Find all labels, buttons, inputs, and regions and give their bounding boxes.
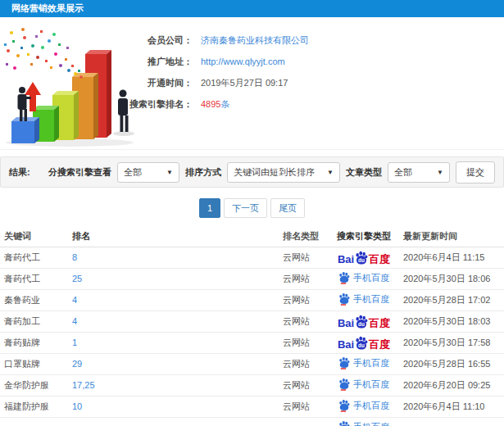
member-company-link[interactable]: 济南秦鲁药业科技有限公司 — [201, 34, 309, 47]
baidu-logo-icon: Bai du 百度 — [338, 315, 390, 329]
rank-type-cell — [280, 417, 328, 426]
article-type-value: 全部 — [394, 166, 412, 179]
keyword-text: 金华防护服 — [4, 380, 49, 390]
mobile-baidu-label: 手机百度 — [353, 401, 389, 410]
updated-cell: 2020年5月28日 16:55 — [400, 353, 504, 374]
chevron-down-icon: ▼ — [437, 169, 443, 176]
engine-cell: Bai du 百度 — [328, 247, 400, 268]
updated-cell: 2020年5月28日 17:02 — [400, 289, 504, 310]
article-type-select[interactable]: 全部 ▼ — [388, 162, 450, 183]
filter-bar: 结果: 分搜索引擎查看 全部 ▼ 排序方式 关键词由短到长排序 ▼ 文章类型 全… — [0, 156, 504, 188]
rank-link[interactable]: 25 — [72, 274, 82, 283]
table-row: Bai du 百度 — [0, 417, 504, 426]
mobile-baidu-logo-icon: 手机百度 — [338, 378, 389, 391]
mobile-paw-icon — [338, 378, 350, 391]
open-time-value: 2019年5月27日 09:17 — [201, 77, 288, 89]
svg-text:du: du — [358, 257, 365, 263]
engine-cell: Bai du 百度 — [328, 332, 400, 353]
mobile-paw-icon — [338, 399, 350, 412]
sort-value: 关键词由短到长排序 — [234, 166, 315, 179]
mobile-paw-icon — [338, 420, 350, 426]
filter-controls: 分搜索引擎查看 全部 ▼ 排序方式 关键词由短到长排序 ▼ 文章类型 全部 ▼ … — [48, 161, 495, 184]
header-engine-type: 搜索引擎类型 — [328, 226, 400, 247]
mobile-baidu-logo-icon: 手机百度 — [338, 399, 389, 412]
baidu-paw-icon: du — [355, 251, 368, 265]
rank-unit: 条 — [220, 99, 229, 109]
mobile-baidu-logo-icon: 手机百度 — [338, 420, 389, 426]
results-table: 关键词 排名 排名类型 搜索引擎类型 最新更新时间 膏药代工 8 云网站 Bai — [0, 226, 504, 426]
bar-chart-clipart — [0, 23, 143, 147]
updated-cell: 2020年6月20日 09:25 — [400, 374, 504, 396]
updated-cell — [400, 417, 504, 426]
svg-text:du: du — [358, 321, 365, 327]
engine-cell: Bai du 百度 — [328, 396, 400, 417]
engine-rank-value: 4895条 — [201, 98, 229, 111]
rank-type-cell: 云网站 — [280, 289, 328, 310]
results-table-body: 膏药代工 8 云网站 Bai du 百度 — [0, 247, 504, 426]
mobile-paw-icon — [338, 271, 350, 284]
rank-link[interactable]: 10 — [72, 401, 82, 411]
confetti-dots — [4, 28, 83, 79]
mobile-baidu-label: 手机百度 — [353, 359, 389, 368]
mobile-paw-icon — [338, 292, 350, 306]
engine-filter-label: 分搜索引擎查看 — [48, 166, 111, 179]
rank-link[interactable]: 4 — [72, 295, 77, 305]
engine-cell: Bai du 百度 — [328, 310, 400, 332]
header-updated: 最新更新时间 — [400, 226, 504, 247]
keyword-text: 秦鲁药业 — [4, 295, 40, 305]
engine-filter-select[interactable]: 全部 ▼ — [117, 162, 179, 183]
keyword-text: 福建防护服 — [4, 401, 49, 411]
window-titlebar: 网络营销效果展示 — [0, 0, 504, 17]
rank-link[interactable]: 4 — [72, 316, 77, 326]
engine-cell: Bai du 百度 — [328, 353, 400, 374]
table-row: 秦鲁药业 4 云网站 Bai du 百度 — [0, 289, 504, 310]
svg-text:du: du — [358, 342, 365, 348]
header-keyword: 关键词 — [0, 226, 70, 247]
rank-type-cell: 云网站 — [280, 247, 328, 268]
mobile-baidu-label: 手机百度 — [353, 380, 389, 389]
promo-url-link[interactable]: http://www.qlyyjt.com — [201, 57, 285, 66]
rank-link[interactable]: 8 — [72, 252, 77, 262]
mobile-baidu-label: 手机百度 — [353, 295, 389, 304]
rank-link[interactable]: 1 — [72, 338, 77, 347]
rank-type-cell: 云网站 — [280, 310, 328, 332]
header-rank-type: 排名类型 — [280, 226, 328, 247]
businessman-right — [118, 90, 129, 133]
keyword-text: 膏药贴牌 — [4, 338, 40, 347]
baidu-paw-icon: du — [355, 315, 368, 329]
table-row: 金华防护服 17,25 云网站 Bai du 百度 — [0, 374, 504, 396]
rank-type-cell: 云网站 — [280, 374, 328, 396]
table-row: 膏药代工 25 云网站 Bai du 百度 — [0, 268, 504, 289]
header-rank: 排名 — [70, 226, 280, 247]
table-row: 膏药代工 8 云网站 Bai du 百度 — [0, 247, 504, 268]
sort-select[interactable]: 关键词由短到长排序 ▼ — [227, 162, 340, 183]
table-row: 膏药加工 4 云网站 Bai du 百度 — [0, 310, 504, 332]
article-type-label: 文章类型 — [346, 166, 382, 179]
table-row: 口罩贴牌 29 云网站 Bai du 百度 — [0, 353, 504, 374]
rank-type-cell: 云网站 — [280, 353, 328, 374]
submit-button[interactable]: 提交 — [456, 161, 495, 184]
engine-cell: Bai du 百度 — [328, 417, 400, 426]
updated-cell: 2020年5月30日 18:03 — [400, 310, 504, 332]
result-label: 结果: — [9, 166, 30, 179]
engine-cell: Bai du 百度 — [328, 289, 400, 310]
page-1-button[interactable]: 1 — [199, 198, 220, 218]
table-row: 膏药贴牌 1 云网站 Bai du 百度 — [0, 332, 504, 353]
mobile-baidu-label: 手机百度 — [353, 423, 389, 426]
next-page-button[interactable]: 下一页 — [224, 198, 267, 218]
engine-cell: Bai du 百度 — [328, 374, 400, 396]
chevron-down-icon: ▼ — [166, 169, 173, 176]
rank-link[interactable]: 29 — [72, 359, 82, 369]
keyword-text: 膏药代工 — [4, 252, 40, 262]
updated-cell: 2020年5月30日 18:06 — [400, 268, 504, 289]
mobile-paw-icon — [338, 356, 350, 369]
page-title: 网络营销效果展示 — [11, 2, 84, 15]
sort-label: 排序方式 — [185, 166, 221, 179]
updated-cell: 2020年6月4日 11:15 — [400, 247, 504, 268]
updated-cell: 2020年5月30日 17:58 — [400, 332, 504, 353]
results-table-header: 关键词 排名 排名类型 搜索引擎类型 最新更新时间 — [0, 226, 504, 247]
rank-link[interactable]: 17,25 — [72, 380, 95, 390]
keyword-text: 口罩贴牌 — [4, 359, 40, 369]
last-page-button[interactable]: 尾页 — [270, 198, 305, 218]
rank-type-cell: 云网站 — [280, 268, 328, 289]
